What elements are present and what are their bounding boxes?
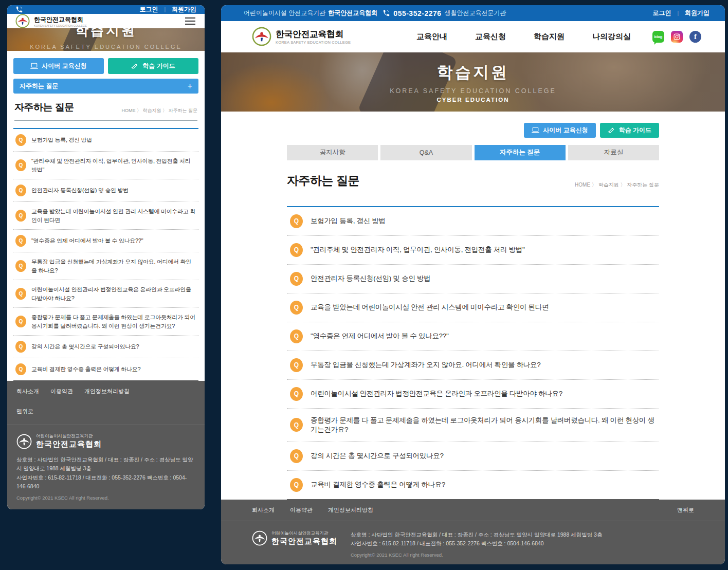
faq-item[interactable]: Q "관리주체 및 안전관리자 이직, 업무이관, 인사이동, 전입전출 처리 … [287, 236, 659, 265]
footer-company-info: 상호명 : 사단법인 한국안전교육협회 / 대표 : 장종진 / 주소 : 경상… [351, 530, 602, 559]
faq-item[interactable]: Q 안전관리자 등록신청(선임) 및 승인 방법 [13, 179, 198, 202]
q-badge-icon: Q [290, 358, 303, 372]
q-badge-icon: Q [15, 185, 26, 196]
footer-link-privacy[interactable]: 개인정보처리방침 [84, 388, 130, 395]
faq-item[interactable]: Q 보험가입 등록, 갱신 방법 [287, 207, 659, 236]
footer-link-privacy[interactable]: 개인정보처리방침 [328, 506, 373, 514]
faq-item[interactable]: Q 어린이놀이시설 안전관리자 법정안전교육은 온라인과 오프라인을 다받아야 … [13, 280, 198, 308]
nav-item[interactable]: 학습지원 [534, 32, 565, 42]
hero-subtitle: KOREA SAFETY EDUCATION COLLEGE [390, 87, 556, 95]
faq-item[interactable]: Q 무통장 입금을 신청했는데 가상계좌가 오지 않아요. 어디에서 확인을 하… [13, 252, 198, 280]
footer-info-line1: 상호명 : 사단법인 한국안전교육협회 / 대표 : 장종진 / 주소 : 경상… [16, 455, 195, 473]
signup-link[interactable]: 회원가입 [172, 5, 196, 14]
faq-item[interactable]: Q 강의 시간은 총 몇시간으로 구성되어있나요? [13, 336, 198, 358]
login-link[interactable]: 로그인 [652, 9, 671, 17]
cyber-apply-label: 사이버 교육신청 [42, 62, 86, 70]
cyber-apply-button[interactable]: 사이버 교육신청 [13, 58, 104, 74]
faq-item[interactable]: Q 교육비 결제한 영수증 출력은 어떻게 하나요? [287, 471, 659, 500]
q-badge-icon: Q [290, 243, 303, 257]
study-guide-label: 학습 가이드 [142, 62, 175, 70]
footer-links: 회사소개 이용약관 개인정보처리방침 맨위로 [221, 500, 725, 521]
faq-list: Q 보험가입 등록, 갱신 방법 Q "관리주체 및 안전관리자 이직, 업무이… [287, 206, 659, 500]
login-link[interactable]: 로그인 [139, 5, 158, 14]
tab-faq[interactable]: 자주하는 질문 [475, 145, 566, 160]
mobile-viewport: 로그인 | 회원가입 한국안전교육협회 KOREA SAFETY EDUCATI… [7, 5, 205, 509]
topbar-tagline: 생활안전교육전문기관 [445, 9, 506, 17]
phone-icon [15, 6, 23, 13]
topbar-phone-number[interactable]: 055-352-2276 [393, 9, 441, 17]
phone-icon [383, 9, 390, 17]
action-buttons: 사이버 교육신청 학습 가이드 [13, 58, 198, 74]
title-divider [14, 120, 197, 121]
cyber-apply-button[interactable]: 사이버 교육신청 [524, 123, 595, 138]
site-logo[interactable]: 한국안전교육협회 KOREA SAFETY EDUCATION COLLEGE [252, 27, 351, 46]
facebook-icon[interactable]: f [689, 31, 701, 43]
tab-notice[interactable]: 공지사항 [287, 145, 378, 160]
faq-item[interactable]: Q 교육을 받았는데 어린이놀이시설 안전 관리 시스템에 미이수라고 확인이 … [287, 293, 659, 322]
faq-question: 보험가입 등록, 갱신 방법 [311, 216, 386, 226]
faq-item[interactable]: Q 교육비 결제한 영수증 출력은 어떻게 하나요? [13, 358, 198, 381]
desktop-footer: 회사소개 이용약관 개인정보처리방침 맨위로 어린이놀이시설안전교육기관 한국안… [221, 500, 725, 564]
footer-org-type: 어린이놀이시설안전교육기관 [36, 433, 102, 439]
q-badge-icon: Q [15, 316, 26, 327]
faq-item[interactable]: Q 어린이놀이시설 안전관리자 법정안전교육은 온라인과 오프라인을 다받아야 … [287, 380, 659, 409]
logo-name-en: KOREA SAFETY EDUCATION COLLEGE [34, 24, 87, 27]
faq-item[interactable]: Q "관리주체 및 안전관리자 이직, 업무이관, 인사이동, 전입전출 처리 … [13, 152, 198, 179]
emblem-icon [252, 27, 271, 46]
faq-item[interactable]: Q 강의 시간은 총 몇시간으로 구성되어있나요? [287, 442, 659, 471]
breadcrumb: HOME 〉 학습지원 〉 자주하는 질문 [121, 107, 197, 114]
laptop-icon [30, 63, 38, 69]
q-badge-icon: Q [290, 301, 303, 315]
nav-item[interactable]: 교육안내 [416, 32, 447, 42]
study-guide-button[interactable]: 학습 가이드 [108, 58, 198, 74]
nav-item[interactable]: 나의강의실 [592, 32, 631, 42]
faq-item[interactable]: Q 보험가입 등록, 갱신 방법 [13, 129, 198, 152]
footer-link-about[interactable]: 회사소개 [16, 388, 39, 395]
footer-info: 어린이놀이시설안전교육기관 한국안전교육협회 상호명 : 사단법인 한국안전교육… [221, 521, 725, 564]
signup-link[interactable]: 회원가입 [685, 9, 709, 17]
faq-question: 종합평가 문제를 다 풀고 문제제출을 하였는데 로그아웃처리가 되어 응시기회… [311, 416, 656, 434]
faq-item[interactable]: Q "영수증은 언제 어디에서 받아 볼 수 있나요??" [13, 230, 198, 252]
faq-item[interactable]: Q 교육을 받았는데 어린이놀이시설 안전 관리 시스템에 미이수라고 확인이 … [13, 202, 198, 230]
q-badge-icon: Q [290, 214, 303, 228]
faq-list: Q 보험가입 등록, 갱신 방법 Q "관리주체 및 안전관리자 이직, 업무이… [13, 128, 198, 381]
menu-icon[interactable] [184, 15, 196, 27]
faq-question: 보험가입 등록, 갱신 방법 [31, 136, 92, 144]
faq-item[interactable]: Q 종합평가 문제를 다 풀고 문제제출을 하였는데 로그아웃처리가 되어 응시… [13, 308, 198, 336]
action-buttons: 사이버 교육신청 학습 가이드 [287, 123, 659, 138]
faq-question: 안전관리자 등록신청(선임) 및 승인 방법 [31, 186, 129, 195]
faq-item[interactable]: Q 종합평가 문제를 다 풀고 문제제출을 하였는데 로그아웃처리가 되어 응시… [287, 409, 659, 442]
footer-emblem-icon [16, 434, 32, 449]
breadcrumb: HOME 〉 학습지원 〉 자주하는 질문 [575, 181, 659, 189]
q-badge-icon: Q [15, 159, 26, 171]
tab-qna[interactable]: Q&A [380, 145, 471, 160]
tab-archive[interactable]: 자료실 [568, 145, 659, 160]
site-logo[interactable]: 한국안전교육협회 KOREA SAFETY EDUCATION COLLEGE [15, 14, 87, 28]
back-to-top-link[interactable]: 맨위로 [16, 408, 195, 417]
faq-item[interactable]: Q 안전관리자 등록신청(선임) 및 승인 방법 [287, 265, 659, 293]
auth-divider: | [677, 10, 679, 16]
q-badge-icon: Q [15, 341, 26, 353]
page-title-row: 자주하는 질문 HOME 〉 학습지원 〉 자주하는 질문 [14, 101, 197, 114]
footer-logo: 어린이놀이시설안전교육기관 한국안전교육협회 [16, 433, 102, 449]
faq-question: 종합평가 문제를 다 풀고 문제제출을 하였는데 로그아웃처리가 되어 응시기회… [31, 313, 196, 330]
footer-link-terms[interactable]: 이용약관 [50, 388, 73, 395]
faq-item[interactable]: Q "영수증은 언제 어디에서 받아 볼 수 있나요??" [287, 322, 659, 351]
auth-divider: | [164, 7, 166, 12]
blog-icon[interactable]: blog [652, 31, 664, 43]
q-badge-icon: Q [290, 478, 303, 492]
nav-item[interactable]: 교육신청 [475, 32, 506, 42]
footer-link-about[interactable]: 회사소개 [252, 506, 275, 514]
study-guide-button[interactable]: 학습 가이드 [600, 123, 659, 138]
faq-question: 강의 시간은 총 몇시간으로 구성되어있나요? [311, 451, 444, 461]
instagram-icon[interactable] [671, 31, 683, 43]
desktop-content: 사이버 교육신청 학습 가이드 공지사항 Q&A 자주하는 질문 자료실 자주하… [287, 112, 659, 500]
footer-link-terms[interactable]: 이용약관 [290, 506, 313, 514]
faq-section-dropdown[interactable]: 자주하는 질문 + [13, 79, 198, 94]
faq-item[interactable]: Q 무통장 입금을 신청했는데 가상계좌가 오지 않아요. 어디에서 확인을 하… [287, 351, 659, 380]
plus-icon: + [188, 82, 192, 91]
pencil-icon [131, 63, 139, 69]
study-guide-label: 학습 가이드 [619, 126, 651, 135]
footer-org-name: 한국안전교육협회 [271, 537, 337, 546]
back-to-top-link[interactable]: 맨위로 [677, 506, 694, 514]
